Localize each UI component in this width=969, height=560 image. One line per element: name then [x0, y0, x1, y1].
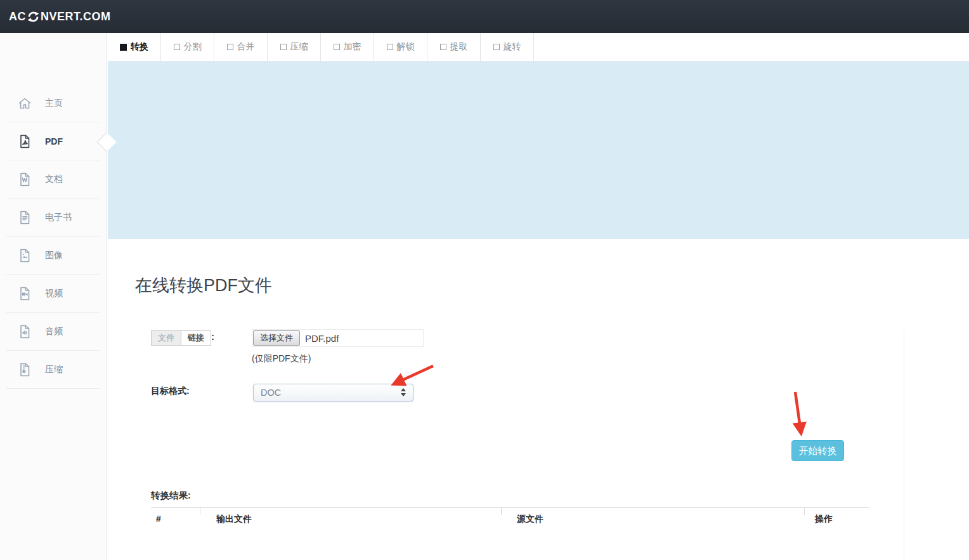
toggle-colon: : [211, 331, 214, 342]
sidebar-item-label: 文档 [45, 174, 63, 185]
ad-banner [108, 62, 969, 239]
sidebar-item-archive[interactable]: 压缩 [6, 351, 100, 389]
outline-square-icon [227, 44, 233, 50]
sidebar-item-audio[interactable]: 音频 [6, 313, 100, 351]
outline-square-icon [334, 44, 340, 50]
column-header-action: 操作 [804, 508, 869, 530]
selected-format-value: DOC [261, 387, 281, 398]
pdf-file-icon [16, 133, 33, 150]
results-table-header: # 输出文件 源文件 操作 [151, 507, 869, 530]
tab-encrypt[interactable]: 加密 [321, 33, 374, 61]
sidebar-nav: 主页 PDF 文档 电子书 图像 [0, 84, 106, 389]
sidebar-item-pdf[interactable]: PDF [6, 122, 100, 160]
content-right-divider [904, 330, 904, 560]
sidebar-item-home[interactable]: 主页 [6, 84, 100, 122]
tab-extract[interactable]: 提取 [427, 33, 481, 61]
tab-unlock[interactable]: 解锁 [374, 33, 427, 61]
word-file-icon [16, 171, 33, 188]
site-logo[interactable]: AC NVERT.COM [9, 10, 111, 23]
source-file-button[interactable]: 文件 [151, 330, 181, 346]
sidebar-item-image[interactable]: 图像 [6, 237, 100, 275]
sidebar-item-document[interactable]: 文档 [6, 160, 100, 199]
target-format-select[interactable]: DOC [253, 384, 413, 401]
results-label: 转换结果: [151, 490, 191, 502]
tab-merge[interactable]: 合并 [214, 33, 268, 61]
tab-label: 压缩 [290, 41, 308, 53]
source-type-toggle: 文件 链接 [151, 330, 211, 346]
outline-square-icon [280, 44, 287, 50]
target-format-label: 目标格式: [151, 386, 190, 397]
sidebar-item-video[interactable]: 视频 [6, 275, 100, 313]
home-icon [16, 95, 33, 112]
tab-label: 解锁 [397, 41, 415, 53]
tab-convert[interactable]: 转换 [108, 33, 161, 61]
sidebar: 主页 PDF 文档 电子书 图像 [0, 33, 107, 560]
outline-square-icon [387, 44, 393, 50]
logo-text-suffix: NVERT.COM [41, 10, 111, 23]
outline-square-icon [440, 44, 446, 50]
outline-square-icon [493, 44, 500, 50]
sidebar-item-ebook[interactable]: 电子书 [6, 199, 100, 237]
selected-filename: PDF.pdf [305, 333, 339, 344]
file-input[interactable]: 选择文件 PDF.pdf [252, 329, 424, 347]
tab-rotate[interactable]: 旋转 [481, 33, 534, 61]
tab-label: 分割 [184, 41, 202, 53]
convert-cycle-icon [27, 10, 40, 23]
tab-label: 加密 [344, 41, 361, 53]
annotation-arrow-select [394, 366, 433, 384]
choose-file-button[interactable]: 选择文件 [253, 330, 300, 346]
video-file-icon [16, 285, 33, 302]
annotation-arrow-convert [795, 392, 801, 433]
topbar: AC NVERT.COM [0, 0, 969, 33]
sidebar-item-label: 压缩 [45, 364, 63, 375]
source-link-button[interactable]: 链接 [181, 330, 211, 346]
sidebar-item-label: 主页 [45, 98, 63, 109]
ebook-file-icon [16, 209, 33, 226]
archive-file-icon [16, 361, 33, 378]
start-convert-button[interactable]: 开始转换 [791, 440, 844, 461]
file-restriction-hint: (仅限PDF文件) [252, 353, 311, 365]
sidebar-item-label: 音频 [45, 326, 63, 337]
sidebar-item-label: 图像 [45, 250, 63, 261]
tab-label: 提取 [450, 41, 468, 53]
tabbar: 转换 分割 合并 压缩 加密 解锁 提取 旋转 [108, 33, 969, 62]
tab-label: 转换 [131, 41, 148, 53]
sidebar-item-label: 视频 [45, 288, 63, 299]
outline-square-icon [174, 44, 180, 50]
page-title: 在线转换PDF文件 [135, 274, 272, 297]
column-header-output: 输出文件 [200, 508, 501, 530]
updown-spinner-icon [401, 388, 406, 396]
image-file-icon [16, 247, 33, 264]
tab-split[interactable]: 分割 [161, 33, 214, 61]
sidebar-item-label: 电子书 [45, 212, 72, 223]
tab-compress[interactable]: 压缩 [268, 33, 321, 61]
column-header-index: # [151, 508, 200, 530]
tab-label: 旋转 [504, 41, 521, 53]
audio-file-icon [16, 323, 33, 340]
filled-square-icon [120, 44, 127, 51]
sidebar-item-label: PDF [45, 136, 63, 147]
tab-label: 合并 [237, 41, 255, 53]
logo-text-prefix: AC [9, 10, 26, 23]
column-header-source: 源文件 [501, 508, 804, 530]
